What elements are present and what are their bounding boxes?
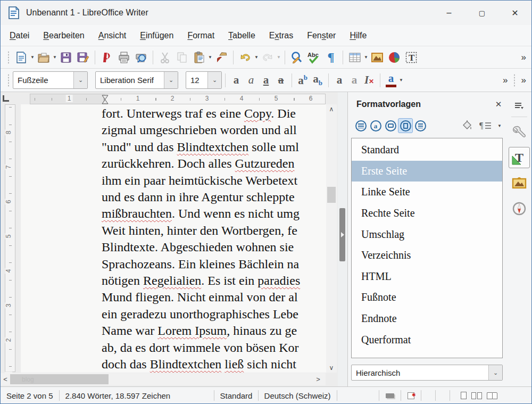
book-view-icon[interactable] [487, 392, 497, 399]
style-item[interactable]: Fußnote [352, 287, 502, 308]
frame-styles-button[interactable] [383, 118, 398, 133]
subscript-button[interactable]: ab [310, 72, 325, 89]
font-name-value[interactable]: Liberation Serif [96, 72, 164, 88]
scroll-down-arrow[interactable]: ∨ [326, 363, 337, 373]
lowercase-button[interactable]: a [347, 72, 362, 89]
page-styles-button[interactable] [398, 118, 413, 133]
toolbar-grip[interactable] [6, 51, 10, 64]
font-name-combo[interactable]: Liberation Serif ⌄ [95, 71, 178, 89]
multi-page-view-icon[interactable] [471, 392, 482, 399]
save-button[interactable] [57, 49, 74, 66]
tab-gallery[interactable] [509, 172, 530, 194]
clone-formatting-button[interactable] [213, 49, 230, 66]
superscript-button[interactable]: ab [295, 72, 310, 89]
insert-chart-button[interactable] [386, 49, 403, 66]
fill-format-mode-button[interactable] [460, 118, 475, 133]
italic-button[interactable]: a [244, 72, 259, 89]
scroll-right-arrow[interactable]: > [313, 373, 323, 385]
sidebar-close-button[interactable]: ✕ [493, 98, 504, 110]
insert-table-button[interactable] [346, 49, 363, 66]
minimize-button[interactable]: – [433, 1, 466, 25]
single-page-view-icon[interactable] [461, 392, 467, 399]
selection-mode-indicator[interactable] [379, 393, 401, 398]
style-item[interactable]: Endnote [352, 308, 502, 329]
indent-marker-icon[interactable] [102, 95, 109, 104]
paste-button[interactable] [190, 49, 207, 66]
style-item[interactable]: Erste Seite [352, 161, 502, 182]
insert-textbox-button[interactable]: T [403, 49, 420, 66]
redo-dropdown[interactable]: ▼ [276, 49, 281, 66]
menu-einfügen[interactable]: Einfügen [133, 28, 180, 44]
underline-button[interactable]: a [259, 72, 273, 89]
style-item[interactable]: Verzeichnis [352, 245, 502, 266]
menu-tabelle[interactable]: Tabelle [221, 28, 262, 44]
formatting-marks-button[interactable]: ¶ [322, 49, 339, 66]
scroll-up-arrow[interactable]: ∧ [326, 104, 337, 114]
sidebar-splitter[interactable] [338, 92, 347, 386]
toolbar-grip[interactable] [6, 73, 10, 87]
insert-image-button[interactable] [369, 49, 386, 66]
print-preview-button[interactable] [132, 49, 149, 66]
undo-dropdown[interactable]: ▼ [254, 49, 259, 66]
paragraph-styles-button[interactable] [353, 118, 368, 133]
document-modified-indicator[interactable]: ✱ [401, 392, 421, 399]
style-item[interactable]: Linke Seite [352, 182, 502, 203]
tab-stop-selector[interactable] [3, 95, 9, 102]
spelling-button[interactable]: Abc [305, 49, 322, 66]
open-dropdown[interactable]: ▼ [52, 49, 57, 66]
vertical-ruler[interactable]: 87654321 [5, 104, 15, 372]
style-item[interactable]: Rechte Seite [352, 203, 502, 224]
list-styles-button[interactable] [413, 118, 428, 133]
copy-button[interactable] [173, 49, 190, 66]
menu-datei[interactable]: Datei [3, 28, 36, 44]
font-color-dropdown[interactable]: ▼ [398, 72, 404, 89]
open-button[interactable] [35, 49, 52, 66]
style-item[interactable]: Umschlag [352, 224, 502, 245]
language-status[interactable]: Deutsch (Schweiz) [259, 391, 337, 400]
toolbar-grip[interactable] [513, 73, 517, 87]
styles-filter-dropdown[interactable]: ⌄ [488, 365, 502, 380]
uppercase-button[interactable]: a [332, 72, 347, 89]
styles-filter-combo[interactable]: Hierarchisch ⌄ [351, 365, 503, 381]
redo-button[interactable] [259, 49, 276, 66]
menu-bearbeiten[interactable]: Bearbeiten [36, 28, 91, 44]
close-button[interactable]: ✕ [498, 1, 531, 25]
menu-fenster[interactable]: Fenster [300, 28, 343, 44]
word-count-status[interactable]: 2.840 Wörter, 18.597 Zeichen [60, 391, 214, 400]
menu-ansicht[interactable]: Ansicht [92, 28, 133, 44]
maximize-button[interactable]: ▢ [466, 1, 498, 25]
undo-button[interactable] [237, 49, 254, 66]
menu-extras[interactable]: Extras [262, 28, 300, 44]
tab-properties[interactable] [509, 121, 530, 143]
tab-navigator[interactable] [509, 198, 530, 219]
font-size-value[interactable]: 12 [186, 72, 207, 88]
horizontal-scrollbar[interactable]: < blog > [1, 373, 326, 385]
menu-hilfe[interactable]: Hilfe [343, 28, 373, 44]
save-as-button[interactable] [74, 49, 92, 66]
cut-button[interactable] [156, 49, 173, 66]
font-size-dropdown[interactable]: ⌄ [207, 72, 221, 88]
horizontal-ruler[interactable]: 1123456 [30, 94, 326, 104]
style-item[interactable]: Standard [352, 139, 502, 161]
insert-table-dropdown[interactable]: ▼ [363, 49, 369, 66]
paragraph-style-value[interactable]: Fußzeile [13, 72, 73, 88]
paragraph-style-combo[interactable]: Fußzeile ⌄ [13, 71, 88, 89]
strikethrough-button[interactable]: a [273, 72, 288, 89]
standard-toolbar-overflow[interactable]: » [519, 52, 528, 63]
font-size-combo[interactable]: 12 ⌄ [186, 71, 222, 89]
paragraph-style-dropdown[interactable]: ⌄ [73, 72, 87, 88]
vertical-scrollbar[interactable]: ∧ ∨ [326, 104, 337, 373]
style-item[interactable]: HTML [352, 266, 502, 287]
styles-actions-button[interactable]: ¶ [477, 118, 495, 133]
menu-format[interactable]: Format [180, 28, 221, 44]
export-pdf-button[interactable] [98, 49, 115, 66]
styles-filter-value[interactable]: Hierarchisch [352, 365, 488, 380]
scroll-left-arrow[interactable]: < [1, 373, 10, 385]
font-color-button[interactable]: a [384, 72, 398, 89]
bold-button[interactable]: a [229, 72, 244, 89]
styles-actions-dropdown[interactable]: ▼ [497, 117, 502, 134]
sidebar-hide-handle[interactable] [339, 208, 345, 261]
document-page[interactable]: fort. Unterwegs traf es eine Copy. Diezi… [21, 104, 326, 373]
new-document-button[interactable] [13, 49, 30, 66]
style-item[interactable]: Querformat [352, 329, 502, 350]
